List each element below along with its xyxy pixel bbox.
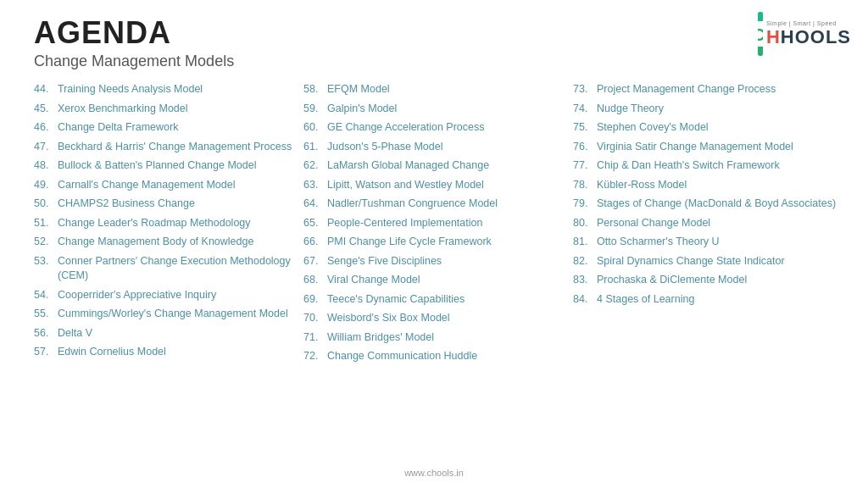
list-item: 62.LaMarsh Global Managed Change: [303, 158, 573, 174]
item-label: People-Centered Implementation: [327, 216, 482, 231]
item-number: 53.: [34, 254, 58, 269]
item-label: Chip & Dan Heath's Switch Framework: [597, 158, 780, 174]
item-number: 47.: [34, 140, 58, 155]
item-number: 60.: [303, 120, 327, 136]
list-item: 46.Change Delta Framework: [34, 120, 303, 136]
item-number: 64.: [303, 197, 327, 212]
item-label: Xerox Benchmarking Model: [58, 102, 188, 117]
page-subtitle: Change Management Models: [34, 53, 834, 70]
list-item: 60.GE Change Acceleration Process: [303, 120, 573, 136]
list-item: 45.Xerox Benchmarking Model: [34, 102, 303, 117]
list-item: 66.PMI Change Life Cycle Framework: [303, 235, 573, 250]
list-item: 75.Stephen Covey's Model: [573, 120, 843, 136]
list-item: 55.Cummings/Worley's Change Management M…: [34, 307, 303, 322]
item-label: Carnall's Change Management Model: [58, 178, 235, 193]
item-label: Otto Scharmer's Theory U: [597, 235, 720, 250]
item-number: 77.: [573, 158, 597, 174]
list-item: 52.Change Management Body of Knowledge: [34, 235, 303, 250]
item-number: 67.: [303, 254, 327, 269]
item-label: Spiral Dynamics Change State Indicator: [597, 254, 785, 269]
list-item: 70.Weisbord's Six Box Model: [303, 311, 573, 326]
item-number: 58.: [303, 82, 327, 97]
list-item: 58.EFQM Model: [303, 82, 573, 97]
item-number: 82.: [573, 254, 597, 269]
list-item: 57.Edwin Cornelius Model: [34, 345, 303, 360]
item-label: 4 Stages of Learning: [597, 292, 694, 308]
item-number: 49.: [34, 178, 58, 193]
item-label: Virginia Satir Change Management Model: [597, 140, 793, 155]
item-number: 44.: [34, 82, 58, 97]
item-number: 51.: [34, 216, 58, 231]
item-label: Cooperrider's Appreciative Inquiry: [58, 288, 216, 303]
item-label: CHAMPS2 Business Change: [58, 197, 195, 212]
item-label: Teece's Dynamic Capabilities: [327, 292, 465, 308]
list-item: 79.Stages of Change (MacDonald & Boyd As…: [573, 197, 843, 212]
list-item: 71.William Bridges' Model: [303, 330, 573, 346]
item-label: Nadler/Tushman Congruence Model: [327, 197, 498, 212]
item-label: Galpin's Model: [327, 102, 397, 117]
list-item: 54.Cooperrider's Appreciative Inquiry: [34, 288, 303, 303]
svg-text:C: C: [758, 25, 763, 44]
item-label: Viral Change Model: [327, 273, 420, 288]
item-number: 52.: [34, 235, 58, 250]
item-number: 54.: [34, 288, 58, 303]
item-label: EFQM Model: [327, 82, 390, 97]
item-number: 50.: [34, 197, 58, 212]
item-number: 59.: [303, 102, 327, 117]
item-number: 75.: [573, 120, 597, 136]
list-item: 77.Chip & Dan Heath's Switch Framework: [573, 158, 843, 174]
list-item: 47.Beckhard & Harris' Change Management …: [34, 140, 303, 155]
logo-tagline: Simple | Smart | Speed: [766, 20, 851, 26]
list-item: 44.Training Needs Analysis Model: [34, 82, 303, 97]
item-label: Nudge Theory: [597, 102, 664, 117]
list-item: 50.CHAMPS2 Business Change: [34, 197, 303, 212]
item-number: 69.: [303, 292, 327, 308]
item-label: Senge's Five Disciplines: [327, 254, 442, 269]
list-item: 63.Lipitt, Watson and Westley Model: [303, 178, 573, 193]
item-number: 79.: [573, 197, 597, 212]
footer-url: www.chools.in: [404, 468, 464, 478]
item-label: Project Management Change Process: [597, 82, 776, 97]
list-item: 72.Change Communication Huddle: [303, 349, 573, 364]
item-number: 63.: [303, 178, 327, 193]
item-number: 68.: [303, 273, 327, 288]
item-number: 65.: [303, 216, 327, 231]
list-item: 69.Teece's Dynamic Capabilities: [303, 292, 573, 308]
item-label: Delta V: [58, 326, 92, 341]
item-label: Stages of Change (MacDonald & Boyd Assoc…: [597, 197, 836, 212]
list-item: 80.Personal Change Model: [573, 216, 843, 231]
item-label: Change Management Body of Knowledge: [58, 235, 253, 250]
item-label: GE Change Acceleration Process: [327, 120, 485, 136]
list-item: 49.Carnall's Change Management Model: [34, 178, 303, 193]
item-label: William Bridges' Model: [327, 330, 434, 346]
item-number: 55.: [34, 307, 58, 322]
list-item: 64.Nadler/Tushman Congruence Model: [303, 197, 573, 212]
list-item: 68.Viral Change Model: [303, 273, 573, 288]
item-number: 61.: [303, 140, 327, 155]
item-label: Conner Partners' Change Execution Method…: [58, 254, 303, 284]
list-item: 83.Prochaska & DiClemente Model: [573, 273, 843, 288]
item-label: Change Communication Huddle: [327, 349, 477, 364]
item-label: Training Needs Analysis Model: [58, 82, 203, 97]
item-label: Personal Change Model: [597, 216, 710, 231]
item-label: Bullock & Batten's Planned Change Model: [58, 158, 256, 174]
item-label: Stephen Covey's Model: [597, 120, 709, 136]
content-area: 44.Training Needs Analysis Model45.Xerox…: [0, 77, 868, 369]
item-number: 72.: [303, 349, 327, 364]
item-number: 57.: [34, 345, 58, 360]
item-label: Cummings/Worley's Change Management Mode…: [58, 307, 288, 322]
item-label: Kübler-Ross Model: [597, 178, 687, 193]
list-item: 81.Otto Scharmer's Theory U: [573, 235, 843, 250]
item-label: PMI Change Life Cycle Framework: [327, 235, 492, 250]
list-item: 61.Judson's 5-Phase Model: [303, 140, 573, 155]
item-number: 71.: [303, 330, 327, 346]
item-label: Edwin Cornelius Model: [58, 345, 166, 360]
logo-brand: HHOOLS: [766, 26, 851, 48]
header: AGENDA Change Management Models: [0, 0, 868, 77]
item-number: 73.: [573, 82, 597, 97]
item-number: 45.: [34, 102, 58, 117]
item-number: 84.: [573, 292, 597, 308]
item-number: 78.: [573, 178, 597, 193]
item-number: 80.: [573, 216, 597, 231]
list-item: 82.Spiral Dynamics Change State Indicato…: [573, 254, 843, 269]
